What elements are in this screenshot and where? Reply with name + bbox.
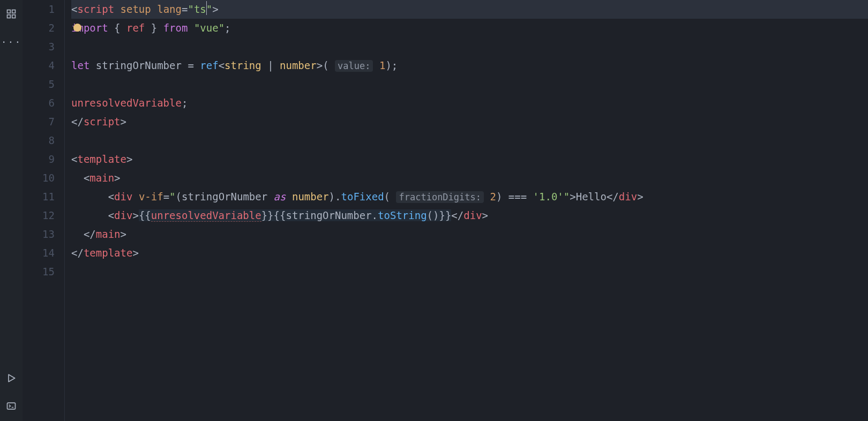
function-call: toString <box>378 209 427 221</box>
tag-name: div <box>619 191 637 202</box>
code-line[interactable]: <script setup lang="ts"> <box>71 0 868 19</box>
tag-name: template <box>77 153 126 165</box>
identifier: unresolvedVariable <box>71 97 182 109</box>
number: 1 <box>379 59 385 71</box>
code-line[interactable]: import { ref } from "vue"; <box>71 19 868 37</box>
identifier: stringOrNumber <box>96 59 182 71</box>
line-number: 12 <box>23 206 55 225</box>
more-icon[interactable]: ··· <box>5 35 18 48</box>
activity-bar: ··· <box>0 0 23 421</box>
line-number: 14 <box>23 244 55 262</box>
tag-name: main <box>96 228 121 240</box>
editor[interactable]: 1 2 3 4 5 6 7 8 9 10 11 12 13 14 15 <scr… <box>23 0 868 421</box>
line-number: 8 <box>23 131 55 150</box>
identifier: ref <box>126 22 145 34</box>
svg-rect-3 <box>12 15 16 18</box>
line-number: 11 <box>23 187 55 206</box>
line-number: 2 <box>23 19 55 37</box>
code-line[interactable]: let stringOrNumber = ref<string | number… <box>71 56 868 75</box>
code-line[interactable]: </template> <box>71 244 868 262</box>
code-line[interactable]: <main> <box>71 169 868 187</box>
attr: v-if <box>139 191 163 202</box>
text: Hello <box>576 191 607 202</box>
run-icon[interactable] <box>5 372 18 385</box>
code-line[interactable]: unresolvedVariable; <box>71 94 868 112</box>
type: number <box>292 191 329 202</box>
mustache-close: }} <box>261 209 274 221</box>
string: "vue" <box>194 22 225 34</box>
grid-icon[interactable] <box>5 7 18 20</box>
keyword: as <box>274 191 286 202</box>
line-number: 15 <box>23 262 55 281</box>
line-number: 1 <box>23 0 55 19</box>
svg-rect-0 <box>8 10 11 13</box>
terminal-icon[interactable] <box>5 400 18 412</box>
tag-open: < <box>71 3 77 15</box>
code-line[interactable]: </script> <box>71 112 868 131</box>
code-line[interactable] <box>71 37 868 56</box>
line-number: 10 <box>23 169 55 187</box>
mustache-close: }} <box>439 209 451 221</box>
line-number: 6 <box>23 94 55 112</box>
code-line[interactable] <box>71 75 868 94</box>
line-number: 5 <box>23 75 55 94</box>
code-line[interactable] <box>71 131 868 150</box>
tag-name: script <box>84 116 121 127</box>
svg-marker-4 <box>9 374 15 381</box>
tag-name: div <box>463 209 482 221</box>
attr-value: ts <box>194 3 206 15</box>
svg-rect-5 <box>8 403 16 409</box>
line-number: 9 <box>23 150 55 169</box>
identifier-unresolved: unresolvedVariable <box>151 209 261 222</box>
inlay-hint: value: <box>335 60 373 72</box>
svg-rect-2 <box>8 15 11 18</box>
string: '1.0' <box>533 191 564 202</box>
function-call: ref <box>200 59 218 71</box>
identifier: stringOrNumber <box>286 209 371 221</box>
code-line[interactable]: <div>{{unresolvedVariable}}{{stringOrNum… <box>71 206 868 225</box>
svg-rect-1 <box>12 10 16 13</box>
code-line[interactable]: </main> <box>71 225 868 244</box>
type: number <box>280 59 317 71</box>
code-line[interactable]: <div v-if="(stringOrNumber as number).to… <box>71 187 868 206</box>
type: string <box>225 59 261 71</box>
number: 2 <box>490 191 496 202</box>
line-number: 4 <box>23 56 55 75</box>
tag-name: script <box>77 3 114 15</box>
code-area[interactable]: <script setup lang="ts"> import { ref } … <box>64 0 868 421</box>
mustache-open: {{ <box>139 209 151 221</box>
tag-name: main <box>89 172 114 184</box>
line-number: 7 <box>23 112 55 131</box>
mustache-open: {{ <box>274 209 286 221</box>
tag-name: template <box>84 247 133 259</box>
line-number: 3 <box>23 37 55 56</box>
tag-name: div <box>114 191 132 202</box>
tag-name: div <box>114 209 132 221</box>
function-call: toFixed <box>341 191 384 202</box>
inlay-hint: fractionDigits: <box>396 191 484 203</box>
line-number: 13 <box>23 225 55 244</box>
gutter: 1 2 3 4 5 6 7 8 9 10 11 12 13 14 15 <box>23 0 64 421</box>
attr: setup <box>121 3 151 15</box>
keyword: let <box>71 59 89 71</box>
code-line[interactable] <box>71 262 868 281</box>
attr: lang <box>157 3 182 15</box>
identifier: stringOrNumber <box>182 191 267 202</box>
lightbulb-icon[interactable] <box>73 24 81 32</box>
code-line[interactable]: <template> <box>71 150 868 169</box>
keyword: from <box>163 22 188 34</box>
